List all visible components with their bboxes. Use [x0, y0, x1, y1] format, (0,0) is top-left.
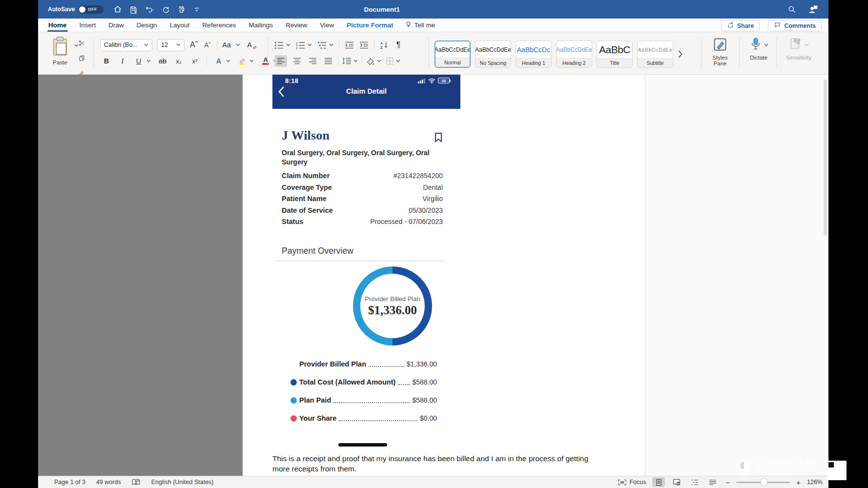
underline-chevron-icon[interactable] [146, 60, 151, 62]
comments-button[interactable]: Comments [768, 20, 822, 31]
gallery-more-icon[interactable] [678, 50, 682, 58]
print-layout-view-button[interactable] [652, 477, 665, 487]
paste-button[interactable]: Paste [46, 36, 74, 65]
procedures-text: Oral Surgery, Oral Surgery, Oral Surgery… [282, 148, 443, 167]
line-spacing-chevron-icon[interactable] [353, 60, 358, 62]
patient-title: J Wilson [282, 128, 330, 143]
tab-home[interactable]: Home [42, 19, 73, 32]
proofing-icon[interactable] [132, 476, 141, 488]
phone-header: 8:18 26 Claim Detail [272, 75, 460, 109]
cut-icon[interactable] [77, 37, 86, 49]
tab-mailings[interactable]: Mailings [242, 19, 279, 32]
document-page[interactable]: 8:18 26 Claim Detail J Wilson Oral Surge… [243, 75, 645, 476]
subscript-button[interactable]: x₂ [174, 55, 183, 67]
clear-formatting-button[interactable]: A [245, 39, 254, 51]
tab-picture-format[interactable]: Picture Format [340, 19, 399, 32]
redo-icon[interactable] [161, 3, 170, 15]
tab-references[interactable]: References [196, 19, 242, 32]
word-count[interactable]: 49 words [96, 479, 121, 486]
strikethrough-button[interactable]: ab [158, 55, 167, 67]
decrease-indent-button[interactable] [345, 39, 354, 51]
align-center-button[interactable] [291, 55, 303, 67]
zoom-slider-thumb[interactable] [761, 479, 767, 486]
align-left-button[interactable] [274, 55, 287, 67]
shrink-font-button[interactable]: Aˇ [203, 39, 212, 51]
share-button[interactable]: Share [721, 20, 760, 31]
line-spacing-button[interactable] [342, 55, 351, 67]
autosave-toggle[interactable]: OFF [78, 5, 103, 14]
legend-bullet [290, 361, 297, 367]
home-icon[interactable] [113, 3, 122, 15]
zoom-out-button[interactable]: − [725, 478, 730, 487]
copy-icon[interactable] [77, 52, 86, 64]
increase-indent-button[interactable] [359, 39, 369, 51]
zoom-slider[interactable] [736, 482, 790, 483]
borders-button[interactable] [385, 55, 394, 67]
style-normal[interactable]: AaBbCcDdEe Normal [434, 41, 471, 68]
style-subtitle[interactable]: AaBbCcDdEe Subtitle [637, 41, 673, 68]
print-icon[interactable] [177, 3, 186, 15]
borders-chevron-icon[interactable] [396, 60, 400, 62]
tell-me-control[interactable]: Tell me [400, 20, 440, 30]
align-right-button[interactable] [307, 55, 318, 67]
comments-label: Comments [784, 22, 816, 29]
multilevel-list-button[interactable] [317, 39, 327, 51]
dictate-button[interactable]: Dictate [744, 37, 773, 61]
bold-button[interactable]: B [102, 55, 111, 67]
page-count[interactable]: Page 1 of 3 [54, 479, 85, 486]
undo-icon[interactable] [145, 3, 154, 15]
tab-layout[interactable]: Layout [164, 19, 196, 32]
font-name-select[interactable]: Calibri (Bo... [100, 39, 152, 51]
zoom-in-button[interactable]: + [796, 478, 801, 487]
text-effects-chevron-icon[interactable] [226, 60, 230, 62]
pilcrow-button[interactable]: ¶ [394, 39, 403, 51]
tab-view[interactable]: View [313, 19, 340, 32]
tab-review[interactable]: Review [279, 19, 313, 32]
sensitivity-button[interactable]: Sensitivity [781, 37, 816, 61]
highlight-chevron-icon[interactable] [249, 60, 254, 62]
tab-design[interactable]: Design [130, 19, 164, 32]
tab-draw[interactable]: Draw [102, 19, 130, 32]
outline-view-button[interactable] [688, 477, 701, 487]
quick-access-more-icon[interactable] [192, 3, 201, 15]
font-color-button[interactable]: A [261, 55, 270, 67]
highlight-button[interactable] [238, 55, 247, 67]
numbering-chevron-icon[interactable] [308, 43, 312, 46]
grow-font-button[interactable]: Aˆ [189, 39, 198, 51]
zoom-level[interactable]: 126% [807, 479, 824, 486]
document-paragraph[interactable]: This is a receipt and proof that my insu… [272, 453, 600, 474]
embedded-claim-screenshot[interactable]: 8:18 26 Claim Detail J Wilson Oral Surge… [272, 75, 460, 451]
search-icon[interactable] [787, 3, 796, 15]
style-no-spacing[interactable]: AaBbCcDdEe No Spacing [475, 41, 511, 68]
styles-pane-button[interactable]: Styles Pane [706, 37, 734, 67]
bullets-button[interactable] [274, 39, 284, 51]
bullets-chevron-icon[interactable] [286, 43, 290, 46]
shading-button[interactable] [366, 55, 375, 67]
style-heading-2[interactable]: AaBbCcDdEe Heading 2 [556, 41, 592, 68]
justify-button[interactable] [322, 55, 334, 67]
style-heading-1[interactable]: AaBbCcDc Heading 1 [516, 41, 552, 68]
autosave-control[interactable]: AutoSave OFF [48, 5, 103, 14]
people-icon[interactable] [808, 3, 819, 15]
tab-insert[interactable]: Insert [73, 19, 103, 32]
italic-button[interactable]: I [118, 55, 127, 67]
font-size-select[interactable]: 12 [157, 39, 185, 51]
save-icon[interactable] [129, 3, 138, 15]
focus-toggle[interactable]: Focus [618, 479, 646, 486]
share-label: Share [737, 22, 754, 29]
superscript-button[interactable]: x² [190, 55, 199, 67]
change-case-button[interactable]: Aa [222, 39, 231, 51]
web-layout-view-button[interactable] [670, 477, 683, 487]
text-effects-button[interactable]: A [214, 55, 223, 67]
underline-button[interactable]: U [134, 55, 143, 67]
sort-button[interactable]: AZ [380, 39, 389, 51]
vertical-scrollbar[interactable] [824, 80, 827, 236]
change-case-chevron-icon[interactable] [236, 43, 240, 46]
dotted-leader [339, 415, 417, 421]
shading-chevron-icon[interactable] [377, 60, 381, 62]
multilevel-chevron-icon[interactable] [329, 43, 333, 46]
style-title[interactable]: AaBbC Title [597, 41, 633, 68]
language-indicator[interactable]: English (United States) [151, 479, 214, 486]
numbering-button[interactable]: 123 [296, 39, 305, 51]
draft-view-button[interactable] [706, 477, 719, 487]
